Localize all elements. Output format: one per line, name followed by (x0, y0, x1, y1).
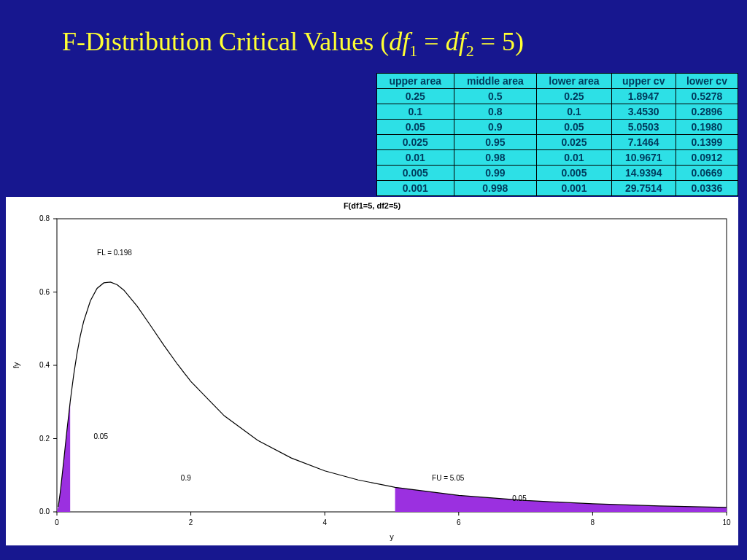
y-tick-label: 0.6 (39, 288, 50, 296)
col-upper-cv: upper cv (611, 74, 676, 89)
y-axis-label: fy (12, 362, 20, 368)
title-sub1: 1 (409, 42, 417, 60)
table: upper area middle area lower area upper … (376, 73, 738, 196)
table-cell: 0.005 (537, 166, 611, 181)
table-cell: 0.9 (454, 120, 537, 135)
y-tick-label: 0.2 (39, 435, 50, 443)
table-cell: 7.1464 (611, 135, 676, 150)
f-distribution-chart: F(df1=5, df2=5)02468100.00.20.40.60.8yfy… (6, 197, 738, 545)
table-row: 0.0050.990.00514.93940.0669 (377, 166, 738, 181)
table-cell: 0.01 (377, 150, 454, 166)
table-cell: 0.0912 (676, 150, 738, 166)
chart-annotation: FL = 0.198 (97, 249, 132, 257)
chart-annotation: 0.9 (181, 474, 191, 482)
table-cell: 0.1 (537, 104, 611, 120)
title-sub2: 2 (466, 42, 474, 60)
table-cell: 0.0669 (676, 166, 738, 181)
chart-annotation: 0.05 (93, 432, 108, 440)
table-cell: 0.998 (454, 181, 537, 196)
x-tick-label: 0 (55, 518, 59, 526)
upper-tail-shade (395, 487, 727, 512)
table-cell: 0.25 (537, 89, 611, 104)
x-tick-label: 8 (591, 518, 595, 526)
critical-values-table: upper area middle area lower area upper … (376, 73, 738, 196)
table-cell: 3.4530 (611, 104, 676, 120)
y-tick-label: 0.4 (39, 361, 50, 369)
table-cell: 0.05 (377, 120, 454, 135)
table-cell: 0.2896 (676, 104, 738, 120)
table-cell: 0.98 (454, 150, 537, 166)
col-lower-area: lower area (537, 74, 611, 89)
table-cell: 10.9671 (611, 150, 676, 166)
table-cell: 0.0336 (676, 181, 738, 196)
col-middle-area: middle area (454, 74, 537, 89)
x-tick-label: 2 (189, 518, 193, 526)
table-row: 0.250.50.251.89470.5278 (377, 89, 738, 104)
table-cell: 0.1980 (676, 120, 738, 135)
x-tick-label: 6 (457, 518, 461, 526)
table-cell: 1.8947 (611, 89, 676, 104)
x-axis-label: y (390, 532, 394, 541)
table-cell: 5.0503 (611, 120, 676, 135)
y-tick-label: 0.0 (39, 508, 50, 516)
table-cell: 0.01 (537, 150, 611, 166)
y-tick-label: 0.8 (39, 214, 50, 222)
title-eq1: = (417, 27, 445, 56)
chart-title: F(df1=5, df2=5) (344, 201, 401, 210)
table-cell: 0.5278 (676, 89, 738, 104)
x-tick-label: 4 (322, 518, 327, 526)
table-cell: 0.025 (537, 135, 611, 150)
table-row: 0.010.980.0110.96710.0912 (377, 150, 738, 166)
title-df2: df (446, 27, 466, 56)
chart-annotation: FU = 5.05 (432, 474, 465, 482)
table-cell: 0.1 (377, 104, 454, 120)
table-row: 0.0010.9980.00129.75140.0336 (377, 181, 738, 196)
table-cell: 0.99 (454, 166, 537, 181)
table-cell: 0.95 (454, 135, 537, 150)
table-cell: 0.1399 (676, 135, 738, 150)
slide-title: F-Distribution Critical Values (df1 = df… (62, 26, 524, 61)
col-lower-cv: lower cv (676, 74, 738, 89)
table-cell: 29.7514 (611, 181, 676, 196)
table-header-row: upper area middle area lower area upper … (377, 74, 738, 89)
col-upper-area: upper area (377, 74, 454, 89)
table-cell: 0.001 (537, 181, 611, 196)
table-row: 0.050.90.055.05030.1980 (377, 120, 738, 135)
table-cell: 0.005 (377, 166, 454, 181)
chart-annotation: 0.05 (512, 494, 527, 502)
pdf-curve (58, 282, 727, 508)
table-cell: 0.001 (377, 181, 454, 196)
table-row: 0.0250.950.0257.14640.1399 (377, 135, 738, 150)
table-cell: 0.025 (377, 135, 454, 150)
title-eq2: = 5) (474, 27, 524, 56)
table-row: 0.10.80.13.45300.2896 (377, 104, 738, 120)
table-cell: 0.05 (537, 120, 611, 135)
title-df1: df (389, 27, 409, 56)
x-tick-label: 10 (722, 518, 731, 526)
table-cell: 0.8 (454, 104, 537, 120)
table-cell: 0.5 (454, 89, 537, 104)
table-cell: 0.25 (377, 89, 454, 104)
title-prefix: F-Distribution Critical Values ( (62, 27, 389, 56)
plot-frame (57, 219, 727, 512)
table-cell: 14.9394 (611, 166, 676, 181)
